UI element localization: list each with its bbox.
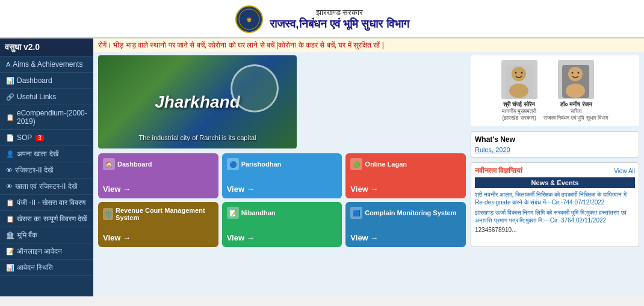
sidebar-label-1: Dashboard <box>17 76 52 85</box>
official-title2-1: राजस्व निबंधन एवं भूमि सुधार विभाग <box>543 115 609 121</box>
sidebar-item-6[interactable]: 👁रजिस्टर-II देखें <box>0 162 93 179</box>
module-card-parishodhan[interactable]: 🔵 Parishodhan View → <box>222 153 342 198</box>
emblem-icon: 🦁 <box>235 5 264 34</box>
svg-point-4 <box>512 67 526 81</box>
svg-point-9 <box>568 67 583 81</box>
module-view-nibandhan[interactable]: View → <box>227 233 338 242</box>
official-name-1: डॉ० मनीष रंजन <box>543 101 609 108</box>
sidebar-item-4[interactable]: 📄SOP3 <box>0 130 93 146</box>
official-name-0: श्री चंपई सोरेन <box>501 101 537 108</box>
whats-new-box: What's New Rules, 2020 <box>471 131 639 158</box>
official-avatar-0 <box>501 60 537 99</box>
dept-title: राजस्व,निबंधन एवं भूमि सुधार विभाग <box>270 17 409 31</box>
svg-text:🦁: 🦁 <box>246 17 252 23</box>
sidebar: वसुधा v2.0 AAims & Achievements📊Dashboar… <box>0 38 93 296</box>
sidebar-icon-10: 🏦 <box>6 231 14 239</box>
whats-new-item[interactable]: Rules, 2020 <box>475 146 635 153</box>
sidebar-icon-0: A <box>6 61 10 68</box>
jharkhand-subtitle: The industrial city of Ranchi is its cap… <box>138 134 256 141</box>
module-view-parishodhan[interactable]: View → <box>227 185 338 194</box>
jharkhand-banner: Jharkhand The industrial city of Ranchi … <box>98 55 297 148</box>
sidebar-item-5[interactable]: 👤अपना खाता देखें <box>0 146 93 162</box>
news-item-1[interactable]: झारखण्ड ऊर्जा विकास निगम लिमि को सरकारी … <box>475 209 635 224</box>
module-icon-parishodhan: 🔵 <box>227 158 239 170</box>
module-view-dashboard[interactable]: View → <box>103 185 214 194</box>
svg-point-5 <box>509 84 528 98</box>
svg-point-12 <box>578 72 580 73</box>
sidebar-label-12: आवेदन स्थिति <box>17 263 53 272</box>
gov-name: झारखण्ड सरकार <box>270 8 409 17</box>
modules-grid: 🏠 Dashboard View → 🔵 Parishodhan View → … <box>98 153 466 247</box>
sidebar-item-7[interactable]: 👁खाता एवं रजिस्टर-II देखें <box>0 179 93 195</box>
official-title1-1: सचिव <box>543 108 609 115</box>
sidebar-icon-6: 👁 <box>6 167 13 174</box>
sidebar-label-6: रजिस्टर-II देखें <box>15 166 53 174</box>
news-section-label: नवीनतम विज्ञप्तियां <box>475 167 522 175</box>
page-header: 🦁 झारखण्ड सरकार राजस्व,निबंधन एवं भूमि स… <box>0 0 644 38</box>
jharkhand-title: Jharkhand <box>155 93 240 112</box>
sidebar-label-3: eCompendium-(2000-2019) <box>17 109 87 126</box>
sidebar-label-5: अपना खाता देखें <box>17 150 58 158</box>
module-title-nibandhan: Nibandhan <box>241 209 276 216</box>
module-title-parishodhan: Parishodhan <box>241 161 282 168</box>
module-card-nibandhan[interactable]: 📝 Nibandhan View → <box>222 202 342 247</box>
news-ticker: रोगें। भीड़ भाड़ वाले स्थानो पर जाने से … <box>93 38 644 52</box>
module-icon-complain: 🟦 <box>350 207 362 219</box>
module-view-complain[interactable]: View → <box>350 233 461 242</box>
news-box: नवीनतम विज्ञप्तियां View All News & Even… <box>471 162 639 247</box>
official-title2-0: (झारखंड सरकार) <box>501 115 537 121</box>
sidebar-item-1[interactable]: 📊Dashboard <box>0 73 93 89</box>
sidebar-icon-7: 👁 <box>6 183 13 190</box>
sidebar-icon-11: 📝 <box>6 248 14 256</box>
news-inner-label: News & Events <box>475 177 635 188</box>
main-content: रोगें। भीड़ भाड़ वाले स्थानो पर जाने से … <box>93 38 644 296</box>
official-title1-0: माननीय मुख्यमंत्री <box>501 108 537 115</box>
sidebar-item-2[interactable]: 🔗Useful Links <box>0 89 93 105</box>
svg-point-6 <box>515 72 517 73</box>
sidebar-icon-12: 📊 <box>6 264 14 272</box>
module-title-complain: Complain Monitoring System <box>365 209 456 216</box>
sidebar-item-12[interactable]: 📊आवेदन स्थिति <box>0 260 93 276</box>
sidebar-label-7: खाता एवं रजिस्टर-II देखें <box>15 182 77 191</box>
sidebar-icon-9: 📋 <box>6 215 14 223</box>
sidebar-label-0: Aims & Achievements <box>13 60 82 69</box>
sidebar-label-11: ऑनलाइन आवेदन <box>17 247 62 256</box>
sidebar-icon-3: 📋 <box>6 114 14 121</box>
module-view-revenue[interactable]: View → <box>103 233 214 242</box>
news-view-all[interactable]: View All <box>614 168 635 174</box>
sidebar-badge-4: 3 <box>36 135 44 141</box>
svg-point-10 <box>566 84 585 98</box>
sidebar-item-8[interactable]: 📋पंजी -II - खेसरा वार विवरण <box>0 195 93 211</box>
brand-logo: वसुधा v2.0 <box>0 38 93 57</box>
sidebar-item-3[interactable]: 📋eCompendium-(2000-2019) <box>0 105 93 130</box>
sidebar-item-9[interactable]: 📋खेसरा का सम्पूर्ण विवरण देखें <box>0 211 93 227</box>
right-panel: श्री चंपई सोरेन माननीय मुख्यमंत्री (झारख… <box>471 55 639 247</box>
official-0: श्री चंपई सोरेन माननीय मुख्यमंत्री (झारख… <box>501 60 537 121</box>
news-item-0[interactable]: श्री नवनीर आलम, जिलाकर्मी निरिक्षक को उप… <box>475 191 635 206</box>
svg-point-11 <box>572 72 574 73</box>
news-pagination[interactable]: 12345678910... <box>475 227 635 233</box>
module-view-online-lagan[interactable]: View → <box>350 185 461 194</box>
official-1: डॉ० मनीष रंजन सचिव राजस्व निबंधन एवं भूम… <box>543 60 609 121</box>
sidebar-label-8: पंजी -II - खेसरा वार विवरण <box>17 198 85 207</box>
left-panel: Jharkhand The industrial city of Ranchi … <box>98 55 466 247</box>
sidebar-label-10: भूमि बैंक <box>17 231 37 239</box>
module-title-revenue: Revenue Court Management System <box>116 207 214 221</box>
sidebar-icon-8: 📋 <box>6 199 14 207</box>
module-title-dashboard: Dashboard <box>117 161 152 168</box>
sidebar-icon-1: 📊 <box>6 77 14 85</box>
module-icon-dashboard: 🏠 <box>103 158 115 170</box>
module-card-revenue[interactable]: ⚖️ Revenue Court Management System View … <box>98 202 218 247</box>
module-card-complain[interactable]: 🟦 Complain Monitoring System View → <box>345 202 466 247</box>
module-icon-revenue: ⚖️ <box>103 208 113 220</box>
module-card-online-lagan[interactable]: 🟢 Online Lagan View → <box>345 153 466 198</box>
sidebar-item-10[interactable]: 🏦भूमि बैंक <box>0 227 93 243</box>
svg-point-7 <box>521 72 523 73</box>
module-icon-online-lagan: 🟢 <box>350 158 362 170</box>
sidebar-label-4: SOP <box>17 133 32 142</box>
sidebar-item-0[interactable]: AAims & Achievements <box>0 57 93 73</box>
sidebar-item-11[interactable]: 📝ऑनलाइन आवेदन <box>0 243 93 260</box>
module-title-online-lagan: Online Lagan <box>365 161 407 168</box>
module-card-dashboard[interactable]: 🏠 Dashboard View → <box>98 153 218 198</box>
module-icon-nibandhan: 📝 <box>227 207 239 219</box>
